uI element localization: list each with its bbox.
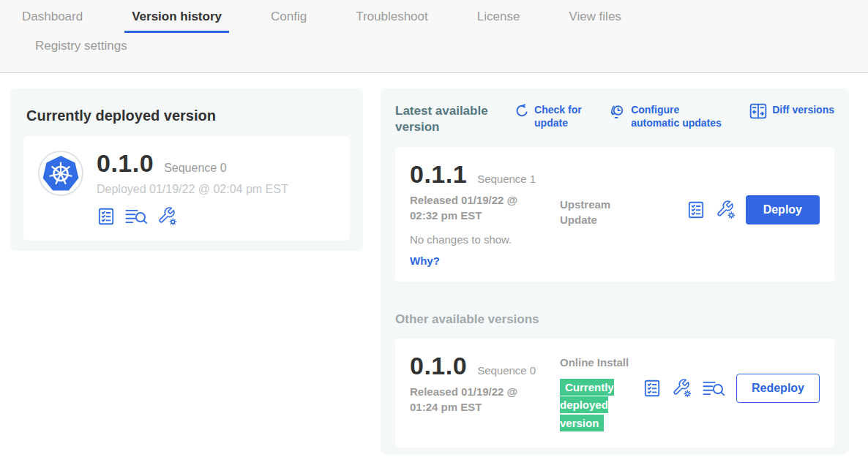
configure-automatic-updates-label: Configure automatic updates: [631, 103, 727, 129]
other-released-timestamp: Released 01/19/22 @ 01:24 pm EST: [410, 384, 540, 415]
other-versions-title: Other available versions: [395, 312, 834, 327]
other-sequence-label: Sequence 0: [477, 364, 537, 378]
latest-version-number: 0.1.1: [410, 162, 467, 186]
diff-icon: [749, 103, 767, 119]
edit-config-icon[interactable]: [716, 200, 736, 219]
latest-version-actions: Deploy: [686, 195, 820, 224]
deploy-logs-icon[interactable]: [702, 379, 726, 398]
why-link[interactable]: Why?: [410, 254, 560, 267]
tab-dashboard[interactable]: Dashboard: [15, 10, 90, 33]
currently-deployed-title: Currently deployed version: [26, 107, 347, 124]
kubernetes-logo-icon: [38, 151, 83, 226]
preflight-checks-icon[interactable]: [97, 207, 116, 226]
tab-license[interactable]: License: [470, 10, 528, 33]
redeploy-button[interactable]: Redeploy: [736, 374, 820, 403]
other-version-info: 0.1.0 Sequence 0 Released 01/19/22 @ 01:…: [410, 353, 560, 433]
configure-automatic-updates-link[interactable]: Configure automatic updates: [609, 103, 727, 129]
deployed-timestamp: Deployed 01/19/22 @ 02:04 pm EST: [97, 183, 288, 196]
currently-deployed-badge-wrap: Currently deployed version: [560, 379, 632, 433]
refresh-icon: [514, 103, 529, 118]
currently-deployed-panel: Currently deployed version: [10, 88, 363, 251]
deployed-sequence-label: Sequence 0: [164, 162, 226, 175]
check-for-update-label: Check for update: [534, 103, 587, 129]
latest-version-card: 0.1.1 Sequence 1 Released 01/19/22 @ 02:…: [395, 147, 834, 282]
top-navigation: Dashboard Version history Config Trouble…: [0, 0, 868, 73]
diff-versions-label: Diff versions: [772, 103, 834, 116]
main-content: Currently deployed version: [0, 73, 868, 454]
latest-available-title: Latest available version: [395, 103, 492, 135]
deploy-button[interactable]: Deploy: [746, 195, 820, 224]
other-version-card: 0.1.0 Sequence 0 Released 01/19/22 @ 01:…: [395, 339, 834, 448]
latest-sequence-label: Sequence 1: [477, 173, 537, 186]
tab-version-history[interactable]: Version history: [124, 10, 229, 33]
tab-view-files[interactable]: View files: [561, 10, 629, 33]
latest-version-source: Upstream Update: [560, 197, 642, 267]
check-for-update-link[interactable]: Check for update: [514, 103, 587, 129]
deployed-version-card: 0.1.0 Sequence 0 Deployed 01/19/22 @ 02:…: [23, 136, 350, 241]
deployed-version-number: 0.1.0: [97, 151, 154, 176]
available-versions-panel: Latest available version Check for updat…: [381, 88, 849, 454]
nav-row-2: Registry settings: [0, 33, 868, 72]
other-version-source: Online Install: [560, 355, 642, 370]
diff-versions-link[interactable]: Diff versions: [749, 103, 834, 119]
edit-config-icon[interactable]: [672, 378, 692, 398]
tab-registry-settings[interactable]: Registry settings: [28, 39, 135, 62]
schedule-icon: [609, 103, 626, 120]
latest-version-info: 0.1.1 Sequence 1 Released 01/19/22 @ 02:…: [410, 162, 560, 267]
other-version-source-col: Online Install Currently deployed versio…: [560, 355, 642, 433]
preflight-checks-icon[interactable]: [686, 200, 706, 219]
deployed-version-info: 0.1.0 Sequence 0 Deployed 01/19/22 @ 02:…: [97, 151, 288, 226]
preflight-checks-icon[interactable]: [643, 379, 662, 398]
available-versions-header: Latest available version Check for updat…: [395, 103, 834, 135]
tab-config[interactable]: Config: [263, 10, 314, 33]
no-changes-text: No changes to show.: [410, 233, 560, 246]
currently-deployed-badge: Currently deployed version: [560, 379, 614, 432]
edit-config-icon[interactable]: [157, 206, 177, 226]
tab-troubleshoot[interactable]: Troubleshoot: [348, 10, 435, 33]
other-version-number: 0.1.0: [410, 353, 467, 378]
latest-released-timestamp: Released 01/19/22 @ 02:32 pm EST: [410, 192, 540, 223]
deploy-logs-icon[interactable]: [124, 207, 149, 226]
nav-row-1: Dashboard Version history Config Trouble…: [0, 10, 868, 33]
other-version-actions: Redeploy: [643, 374, 820, 403]
